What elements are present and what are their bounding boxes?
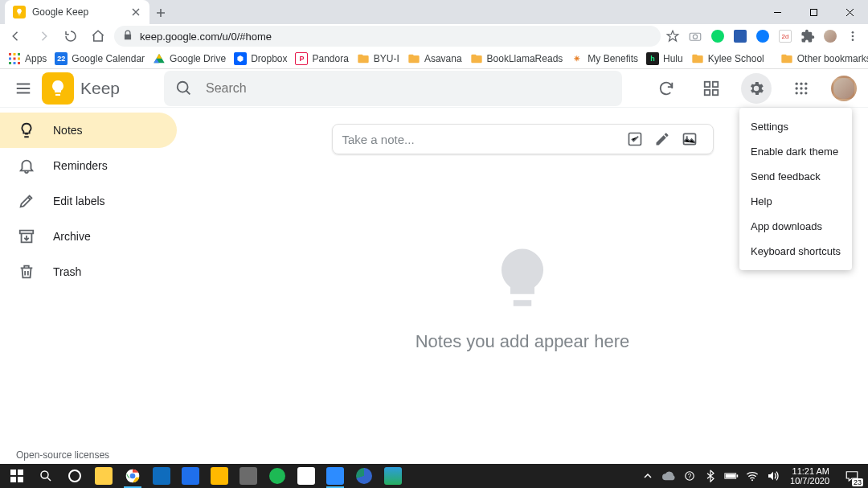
other-bookmarks-label: Other bookmarks (797, 53, 868, 64)
clock-date: 10/7/2020 (790, 476, 829, 486)
svg-point-31 (686, 136, 688, 138)
nav-forward-button[interactable] (32, 25, 55, 47)
tray-chevron-icon[interactable] (641, 469, 655, 483)
menu-downloads[interactable]: App downloads (739, 214, 852, 239)
ext-calendar-icon[interactable]: 2d (778, 29, 792, 43)
nav-back-button[interactable] (5, 25, 27, 47)
taskbar-spotify[interactable] (264, 464, 291, 488)
main-menu-button[interactable] (8, 73, 39, 104)
bookmark-item[interactable]: ⬢Dropbox (234, 52, 287, 65)
tray-bluetooth-icon[interactable] (703, 469, 718, 483)
ext-camera-icon[interactable] (688, 29, 702, 43)
apps-label: Apps (25, 53, 47, 64)
new-image-icon[interactable] (676, 125, 703, 153)
apps-shortcut[interactable]: Apps (8, 52, 47, 65)
tab-close-icon[interactable] (130, 6, 141, 18)
new-list-icon[interactable] (621, 125, 649, 153)
ext-blue-square[interactable] (733, 29, 747, 43)
profile-avatar-icon[interactable] (823, 29, 837, 43)
menu-help[interactable]: Help (739, 189, 852, 214)
oss-licenses-link[interactable]: Open-source licenses (16, 449, 109, 461)
bookmark-item[interactable]: BookLlamaReads (470, 52, 563, 65)
take-note-input[interactable]: Take a note... (332, 124, 714, 154)
start-button[interactable] (3, 464, 31, 488)
bookmark-label: Kylee School (708, 53, 764, 64)
bookmark-item[interactable]: Google Drive (153, 52, 226, 65)
window-close[interactable] (832, 0, 868, 24)
new-drawing-icon[interactable] (649, 125, 676, 153)
bookmark-item[interactable]: hHulu (646, 52, 683, 65)
taskbar-slack[interactable]: ⁜ (293, 464, 320, 488)
bookmark-item[interactable]: BYU-I (357, 52, 399, 65)
address-bar[interactable]: keep.google.com/u/0/#home (114, 26, 661, 47)
take-note-placeholder: Take a note... (342, 133, 621, 146)
window-maximize[interactable] (796, 0, 832, 24)
bookmark-item[interactable]: Asavana (407, 52, 462, 65)
bookmark-label: Asavana (424, 53, 462, 64)
bell-icon (18, 157, 35, 174)
tray-onedrive-icon[interactable] (661, 469, 676, 483)
window-titlebar: Google Keep (0, 0, 868, 24)
settings-button[interactable] (741, 73, 772, 104)
ext-messenger-icon[interactable] (755, 29, 770, 43)
chrome-menu-icon[interactable] (845, 29, 860, 43)
bookmark-star-icon[interactable] (665, 29, 680, 43)
browser-tab[interactable]: Google Keep (5, 0, 149, 24)
tray-unknown-icon[interactable]: ? (682, 469, 697, 483)
search-input[interactable] (204, 80, 611, 96)
menu-shortcuts[interactable]: Keyboard shortcuts (739, 239, 852, 264)
google-apps-button[interactable] (786, 73, 817, 104)
empty-text: Notes you add appear here (416, 331, 630, 352)
bookmark-label: Dropbox (251, 53, 287, 64)
sidebar-item-reminders[interactable]: Reminders (0, 148, 177, 183)
sidebar-item-notes[interactable]: Notes (0, 113, 177, 148)
other-bookmarks[interactable]: Other bookmarks (780, 52, 868, 65)
taskbar-sticky[interactable] (206, 464, 233, 488)
taskbar-chrome[interactable] (119, 464, 146, 488)
view-toggle-button[interactable] (696, 73, 727, 104)
ext-green-dot[interactable] (710, 29, 725, 43)
svg-rect-11 (18, 57, 20, 59)
account-avatar[interactable] (831, 76, 857, 101)
nav-home-button[interactable] (87, 25, 109, 47)
window-minimize[interactable] (760, 0, 796, 24)
bookmark-item[interactable]: ✳My Benefits (571, 52, 638, 65)
taskbar-photos[interactable] (379, 464, 407, 488)
taskbar-zoom[interactable] (321, 464, 349, 488)
taskbar-grey[interactable] (235, 464, 262, 488)
keep-workspace: Notes Reminders Edit labels Archive Tras… (0, 108, 868, 464)
menu-feedback[interactable]: Send feedback (739, 164, 852, 189)
sidebar-item-trash[interactable]: Trash (0, 254, 177, 289)
action-center[interactable]: 23 (839, 464, 865, 488)
svg-rect-43 (737, 474, 739, 477)
taskbar-mail[interactable] (148, 464, 175, 488)
empty-state: Notes you add appear here (416, 243, 630, 352)
bookmark-item[interactable]: 22Google Calendar (55, 52, 145, 65)
taskbar-search[interactable] (32, 464, 59, 488)
nav-reload-button[interactable] (59, 25, 82, 47)
menu-dark-theme[interactable]: Enable dark theme (739, 139, 852, 164)
new-tab-button[interactable] (149, 2, 172, 24)
svg-point-20 (796, 82, 798, 84)
tray-volume-icon[interactable] (766, 469, 780, 483)
tray-battery-icon[interactable] (724, 469, 739, 483)
refresh-button[interactable] (651, 73, 682, 104)
svg-point-21 (800, 82, 802, 84)
svg-point-38 (130, 474, 136, 479)
bookmark-item[interactable]: Kylee School (691, 52, 764, 65)
bookmark-label: Google Drive (170, 53, 226, 64)
taskbar-explorer[interactable] (90, 464, 117, 488)
taskbar-clock[interactable]: 11:21 AM 10/7/2020 (787, 466, 833, 486)
taskbar-cortana[interactable] (61, 464, 88, 488)
taskbar-edge[interactable] (350, 464, 378, 488)
keep-favicon (13, 6, 26, 18)
bookmark-item[interactable]: PPandora (295, 52, 348, 65)
taskbar-store[interactable] (177, 464, 204, 488)
svg-point-3 (852, 31, 854, 34)
sidebar-item-edit-labels[interactable]: Edit labels (0, 183, 177, 219)
tray-wifi-icon[interactable] (745, 469, 760, 483)
search-box[interactable] (164, 71, 622, 106)
sidebar-item-archive[interactable]: Archive (0, 219, 177, 254)
extensions-icon[interactable] (800, 29, 815, 43)
menu-settings[interactable]: Settings (739, 114, 852, 139)
